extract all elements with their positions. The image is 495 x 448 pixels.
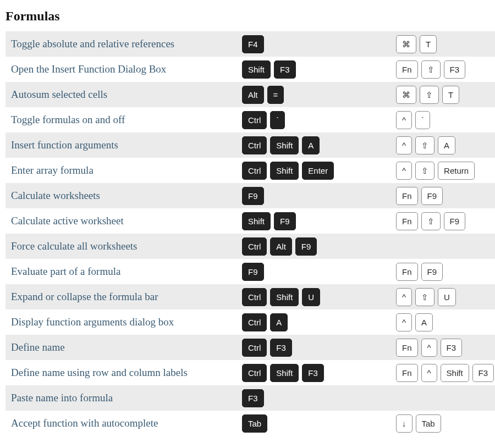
key: ^ [396,162,412,180]
key: F3 [441,339,463,357]
key: A [270,313,288,331]
key: ^ [421,364,437,382]
key: ↓ [396,414,413,433]
key: A [415,313,433,331]
key: F4 [242,35,264,53]
table-row: Enter array formulaCtrlShiftEnter^⇧Retur… [6,158,495,183]
key: ^ [396,136,412,154]
table-row: Expand or collapse the formula barCtrlSh… [6,284,495,309]
table-row: Calculate active worksheetShiftF9Fn⇧F9 [6,208,495,234]
mac-keys: Fn^F3 [391,339,495,357]
key: Tab [242,414,267,433]
key: U [438,288,456,306]
key: Ctrl [242,162,267,180]
table-row: Open the Insert Function Dialog BoxShift… [6,57,495,82]
mac-keys: ⌘T [391,35,495,53]
key: F3 [302,364,324,382]
key: F3 [472,364,494,382]
shortcut-link[interactable]: Open the Insert Function Dialog Box [6,63,237,75]
page-title: Formulas [6,9,490,24]
windows-keys: ShiftF3 [237,60,391,79]
key: Ctrl [242,136,267,154]
key: ⇧ [415,162,435,180]
windows-keys: CtrlF3 [237,339,391,357]
shortcut-link[interactable]: Enter array formula [6,164,237,176]
key: Shift [270,136,299,154]
key: ` [270,111,285,129]
key: = [267,86,284,104]
shortcut-link[interactable]: Display function arguments dialog box [6,316,237,328]
key: Ctrl [242,364,267,382]
windows-keys: CtrlShiftEnter [237,162,391,180]
mac-keys: ^⇧A [391,136,495,154]
table-row: Autosum selected cellsAlt=⌘⇧T [6,82,495,107]
key: U [302,288,320,306]
table-row: Display function arguments dialog boxCtr… [6,309,495,335]
key: F9 [421,187,443,205]
key: ^ [396,288,412,306]
table-row: Insert function argumentsCtrlShiftA^⇧A [6,132,495,158]
key: Fn [396,60,418,79]
key: F9 [295,237,317,256]
key: F9 [242,187,264,205]
key: Ctrl [242,313,267,331]
windows-keys: ShiftF9 [237,212,391,230]
key: Fn [396,263,418,281]
shortcut-link[interactable]: Force calculate all worksheets [6,240,237,252]
mac-keys: Fn⇧F9 [391,212,495,230]
key: ^ [396,111,412,129]
key: F9 [444,212,466,230]
key: A [302,136,320,154]
shortcut-link[interactable]: Define name [6,341,237,353]
windows-keys: CtrlShiftF3 [237,364,391,382]
shortcut-link[interactable]: Accept function with autocomplete [6,417,237,429]
windows-keys: CtrlAltF9 [237,237,391,256]
key: Fn [396,187,418,205]
shortcut-link[interactable]: Insert function arguments [6,139,237,151]
windows-keys: F9 [237,187,391,205]
shortcut-link[interactable]: Expand or collapse the formula bar [6,291,237,303]
key: Shift [270,162,299,180]
key: Fn [396,212,418,230]
shortcut-link[interactable]: Autosum selected cells [6,89,237,101]
shortcut-link[interactable]: Toggle absolute and relative references [6,38,237,50]
windows-keys: Alt= [237,86,391,104]
shortcut-link[interactable]: Toggle formulas on and off [6,114,237,126]
key: F3 [242,389,264,407]
windows-keys: F4 [237,35,391,53]
mac-keys: ⌘⇧T [391,86,495,104]
key: Shift [441,364,469,382]
key: F3 [270,339,292,357]
shortcut-link[interactable]: Calculate worksheets [6,190,237,202]
mac-keys: ^A [391,313,495,331]
key: Return [438,162,475,180]
key: ` [415,111,430,129]
windows-keys: CtrlShiftU [237,288,391,306]
key: Alt [270,237,292,256]
key: Shift [270,364,299,382]
key: ⇧ [421,212,441,230]
mac-keys: Fn⇧F3 [391,60,495,79]
key: Fn [396,364,418,382]
windows-keys: CtrlA [237,313,391,331]
key: ⇧ [420,86,439,104]
key: Tab [416,414,441,433]
table-row: Define nameCtrlF3Fn^F3 [6,335,495,360]
key: F3 [444,60,466,79]
key: Shift [242,60,271,79]
windows-keys: F9 [237,263,391,281]
shortcut-link[interactable]: Evaluate part of a formula [6,266,237,278]
table-row: Force calculate all worksheetsCtrlAltF9 [6,234,495,259]
mac-keys: FnF9 [391,263,495,281]
shortcut-link[interactable]: Calculate active worksheet [6,215,237,227]
key: T [420,35,437,53]
key: Ctrl [242,339,267,357]
key: F9 [274,212,296,230]
mac-keys: ^⇧U [391,288,495,306]
shortcut-link[interactable]: Define name using row and column labels [6,367,237,379]
key: ^ [421,339,437,357]
table-row: Accept function with autocompleteTab↓Tab [6,411,495,436]
shortcut-link[interactable]: Paste name into formula [6,392,237,404]
key: F3 [274,60,296,79]
mac-keys: Fn^ShiftF3 [391,364,495,382]
